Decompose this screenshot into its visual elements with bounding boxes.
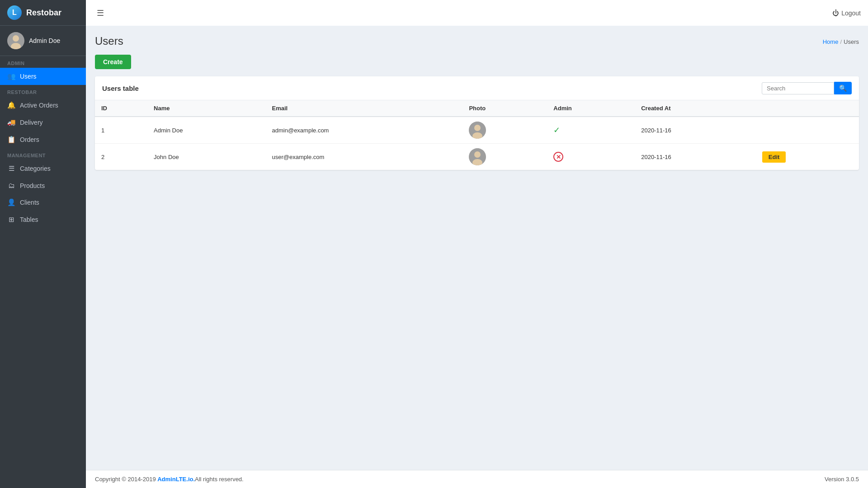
col-actions (756, 100, 859, 117)
main-footer: Copyright © 2014-2019 AdminLTE.io.All ri… (86, 470, 868, 488)
card-title: Users table (102, 84, 139, 92)
cell-admin: ✕ (547, 144, 635, 170)
row-avatar (469, 122, 486, 139)
row-avatar (469, 148, 486, 165)
table-row: 2 John Doe user@example.com ✕ 2020-11-16… (95, 144, 859, 170)
footer-rights: All rights reserved. (195, 476, 244, 483)
content-header: Users Home / Users (95, 35, 859, 47)
table-body: 1 Admin Doe admin@example.com ✓ 2020-11-… (95, 117, 859, 170)
sidebar-section-admin: ADMIN 👥 Users (0, 56, 86, 85)
truck-icon: 🚚 (7, 118, 15, 127)
main-wrapper: ☰ ⏻ Logout Users Home / Users Create (86, 0, 868, 488)
sidebar-item-delivery-label: Delivery (20, 119, 43, 126)
breadcrumb-separator: / (840, 38, 842, 45)
topbar-right: ⏻ Logout (832, 9, 861, 17)
cell-id: 2 (95, 144, 147, 170)
sidebar-item-categories[interactable]: ☰ Categories (0, 160, 86, 177)
sidebar-user-name: Admin Doe (29, 37, 60, 44)
hamburger-icon: ☰ (97, 9, 104, 18)
breadcrumb-home[interactable]: Home (823, 38, 839, 45)
users-table: ID Name Email Photo Admin Created At 1 A… (95, 100, 859, 170)
cell-admin: ✓ (547, 117, 635, 144)
sidebar-item-orders[interactable]: 📋 Orders (0, 131, 86, 148)
footer-copyright: Copyright © 2014-2019 AdminLTE.io.All ri… (95, 476, 244, 483)
sidebar-item-products[interactable]: 🗂 Products (0, 177, 86, 194)
products-icon: 🗂 (7, 182, 15, 189)
sidebar-toggle-button[interactable]: ☰ (93, 6, 108, 20)
breadcrumb-current: Users (844, 38, 859, 45)
edit-button[interactable]: Edit (762, 151, 786, 163)
list-icon: ☰ (7, 164, 15, 173)
search-input[interactable] (762, 82, 834, 94)
col-name: Name (147, 100, 265, 117)
sidebar-user: Admin Doe (0, 26, 86, 56)
svg-point-1 (13, 35, 19, 42)
sidebar-item-orders-label: Orders (20, 136, 39, 143)
search-icon: 🔍 (839, 84, 847, 92)
footer-copyright-text: Copyright © 2014-2019 (95, 476, 157, 483)
col-admin: Admin (547, 100, 635, 117)
cell-photo (462, 144, 547, 170)
cell-email: user@example.com (266, 144, 463, 170)
cell-photo (462, 117, 547, 144)
sidebar-item-users[interactable]: 👥 Users (0, 68, 86, 85)
admin-check-icon: ✓ (553, 126, 560, 135)
svg-point-4 (474, 125, 481, 131)
sidebar-section-restobar: RESTOBAR 🔔 Active Orders 🚚 Delivery 📋 Or… (0, 85, 86, 148)
col-id: ID (95, 100, 147, 117)
tables-icon: ⊞ (7, 216, 15, 224)
admin-x-icon: ✕ (553, 152, 563, 162)
sidebar-section-label-restobar: RESTOBAR (0, 85, 86, 97)
topbar-left: ☰ (93, 6, 108, 20)
cell-actions (756, 117, 859, 144)
cell-name: John Doe (147, 144, 265, 170)
sidebar-item-users-label: Users (20, 73, 37, 80)
sidebar-section-label-management: MANAGEMENT (0, 148, 86, 160)
cell-id: 1 (95, 117, 147, 144)
brand-logo: L (7, 5, 22, 20)
cell-email: admin@example.com (266, 117, 463, 144)
col-photo: Photo (462, 100, 547, 117)
create-button[interactable]: Create (95, 55, 131, 69)
sidebar-item-tables[interactable]: ⊞ Tables (0, 211, 86, 228)
svg-point-7 (474, 151, 481, 158)
clipboard-icon: 📋 (7, 136, 15, 144)
topbar: ☰ ⏻ Logout (86, 0, 868, 26)
content-wrapper: Users Home / Users Create Users table 🔍 (86, 26, 868, 470)
col-email: Email (266, 100, 463, 117)
page-title: Users (95, 35, 123, 47)
bell-icon: 🔔 (7, 101, 15, 109)
breadcrumb: Home / Users (823, 35, 859, 45)
sidebar-section-management: MANAGEMENT ☰ Categories 🗂 Products 👤 Cli… (0, 148, 86, 228)
sidebar: L Restobar Admin Doe ADMIN 👥 Users (0, 0, 86, 488)
search-button[interactable]: 🔍 (834, 82, 852, 94)
cell-created-at: 2020-11-16 (635, 117, 756, 144)
footer-version: Version 3.0.5 (825, 476, 859, 483)
sidebar-item-delivery[interactable]: 🚚 Delivery (0, 114, 86, 131)
sidebar-item-clients-label: Clients (20, 199, 39, 206)
users-card: Users table 🔍 ID Name Email (95, 76, 859, 170)
col-created-at: Created At (635, 100, 756, 117)
users-icon: 👥 (7, 72, 15, 80)
card-header: Users table 🔍 (95, 76, 859, 100)
sidebar-section-label-admin: ADMIN (0, 56, 86, 68)
avatar (7, 32, 24, 49)
client-icon: 👤 (7, 198, 15, 206)
sidebar-item-categories-label: Categories (20, 165, 51, 172)
cell-created-at: 2020-11-16 (635, 144, 756, 170)
cell-name: Admin Doe (147, 117, 265, 144)
sidebar-item-clients[interactable]: 👤 Clients (0, 194, 86, 211)
sidebar-item-active-orders-label: Active Orders (20, 102, 58, 109)
cell-actions: Edit (756, 144, 859, 170)
table-row: 1 Admin Doe admin@example.com ✓ 2020-11-… (95, 117, 859, 144)
power-icon: ⏻ (832, 9, 839, 17)
logout-label: Logout (841, 9, 861, 17)
search-box: 🔍 (762, 82, 852, 94)
sidebar-item-active-orders[interactable]: 🔔 Active Orders (0, 97, 86, 114)
sidebar-item-tables-label: Tables (20, 216, 38, 223)
brand-name: Restobar (26, 8, 61, 18)
table-header-row: ID Name Email Photo Admin Created At (95, 100, 859, 117)
logout-button[interactable]: ⏻ Logout (832, 9, 861, 17)
footer-link[interactable]: AdminLTE.io. (157, 476, 195, 483)
sidebar-item-products-label: Products (20, 182, 45, 189)
